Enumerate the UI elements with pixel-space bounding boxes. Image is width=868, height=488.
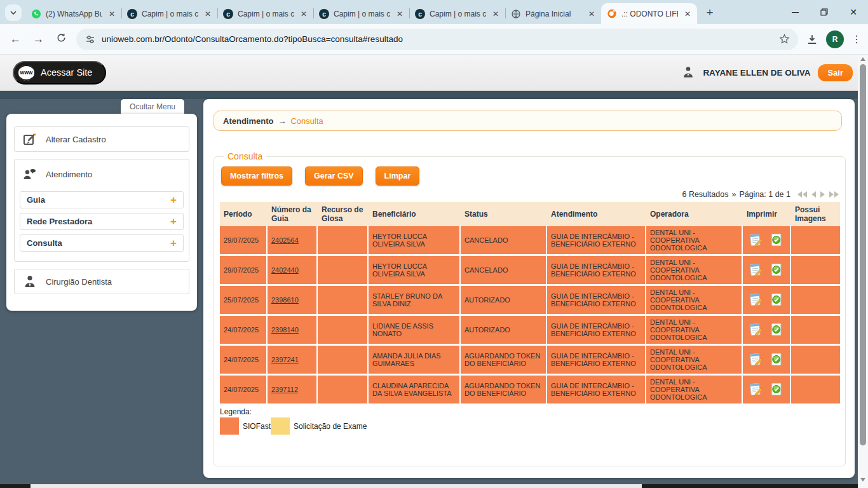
scroll-down-arrow[interactable] — [860, 478, 865, 482]
guia-number-link[interactable]: 2398140 — [271, 326, 299, 334]
www-globe-icon: www — [18, 65, 34, 81]
column-header: Status — [461, 202, 547, 226]
address-bar[interactable]: unioweb.com.br/Odonto/ConsultaOrcamento.… — [76, 29, 798, 50]
downloads-icon[interactable] — [806, 33, 818, 46]
reload-button[interactable] — [53, 32, 69, 46]
close-window-button[interactable] — [839, 0, 868, 24]
table-row: 24/07/2025 2398140 LIDIANE DE ASSIS NONA… — [220, 316, 840, 346]
print-guide-icon[interactable] — [748, 322, 764, 339]
prev-page-button[interactable] — [811, 191, 816, 198]
guia-number-link[interactable]: 2402564 — [271, 236, 299, 244]
print-guide-icon[interactable] — [748, 262, 764, 279]
browser-tab[interactable]: c Capim | o mais c — [217, 3, 313, 24]
browser-tab[interactable]: c Capim | o mais c — [121, 3, 217, 24]
browser-tab[interactable]: c Capim | o mais c — [313, 3, 409, 24]
first-page-button[interactable] — [797, 191, 807, 198]
tab-close-icon[interactable] — [395, 10, 405, 18]
cell-numero-guia: 2398610 — [268, 286, 318, 316]
print-authorization-icon[interactable] — [769, 322, 785, 339]
vertical-scrollbar[interactable] — [858, 55, 868, 484]
hide-menu-button[interactable]: Ocultar Menu — [121, 99, 184, 114]
atendimento-submenu: Guia + Rede Prestadora + Consulta + — [20, 191, 184, 252]
print-authorization-icon[interactable] — [769, 232, 785, 249]
print-authorization-icon[interactable] — [769, 292, 785, 309]
print-guide-icon[interactable] — [748, 292, 764, 309]
print-authorization-icon[interactable] — [769, 381, 785, 398]
guia-number-link[interactable]: 2397241 — [271, 356, 299, 363]
cell-beneficiario: HEYTOR LUCCA OLIVEIRA SILVA — [369, 226, 461, 256]
cell-numero-guia: 2397241 — [268, 346, 318, 376]
tab-close-icon[interactable] — [491, 10, 501, 18]
guia-number-link[interactable]: 2398610 — [271, 296, 299, 304]
breadcrumb-parent: Atendimento — [223, 116, 273, 126]
new-tab-button[interactable] — [701, 4, 719, 22]
tab-close-icon[interactable] — [682, 10, 693, 18]
legend-label: SIOFast — [243, 422, 271, 431]
print-guide-icon[interactable] — [748, 232, 764, 249]
scroll-up-arrow[interactable] — [860, 57, 865, 61]
cell-recurso-glosa — [318, 316, 369, 346]
table-body: 29/07/2025 2402564 HEYTOR LUCCA OLIVEIRA… — [220, 226, 840, 405]
action-button[interactable]: Limpar — [376, 166, 420, 186]
sidebar-subitem[interactable]: Guia + — [20, 191, 184, 208]
expand-plus-icon[interactable]: + — [170, 238, 177, 248]
sidebar-item-atendimento[interactable]: Atendimento — [20, 165, 184, 187]
next-page-button[interactable] — [820, 191, 825, 198]
print-guide-icon[interactable] — [748, 381, 764, 398]
guia-number-link[interactable]: 2402440 — [271, 266, 299, 274]
tab-title: .:: ODONTO LIFE — [621, 10, 678, 18]
sidebar-item-label: Alterar Cadastro — [46, 135, 106, 144]
tab-close-icon[interactable] — [203, 10, 213, 18]
legend-swatch — [220, 417, 239, 435]
vertical-scrollbar-thumb[interactable] — [860, 64, 866, 445]
url-text[interactable]: unioweb.com.br/Odonto/ConsultaOrcamento.… — [102, 34, 772, 44]
horizontal-scrollbar-thumb[interactable] — [31, 484, 642, 488]
cell-status: AUTORIZADO — [461, 286, 547, 316]
last-page-button[interactable] — [829, 191, 839, 198]
tab-title: (2) WhatsApp Bu — [46, 10, 102, 18]
expand-plus-icon[interactable]: + — [170, 194, 177, 205]
profile-avatar[interactable]: R — [826, 30, 844, 48]
tab-close-icon[interactable] — [107, 10, 117, 18]
main-panel: Atendimento → Consulta Consulta Mostrar … — [203, 99, 855, 478]
site-header: www Acessar Site RAYANE ELLEN DE OLIVA S… — [0, 55, 868, 91]
minimize-button[interactable] — [780, 0, 810, 24]
action-button[interactable]: Gerar CSV — [305, 166, 363, 186]
sidebar-item-cirurgiao-dentista[interactable]: Cirurgião Dentista — [14, 269, 189, 294]
browser-tab[interactable]: c Capim | o mais c — [409, 3, 505, 24]
sidebar-subitem[interactable]: Consulta + — [20, 234, 184, 252]
cell-operadora: DENTAL UNI - COOPERATIVA ODONTOLOGICA — [646, 376, 743, 405]
tab-title: Capim | o mais c — [334, 10, 390, 18]
action-button[interactable]: Mostrar filtros — [221, 166, 292, 186]
breadcrumb-current[interactable]: Consulta — [290, 116, 323, 126]
sidebar-subitem[interactable]: Rede Prestadora + — [20, 213, 184, 230]
browser-tab[interactable]: Página Inicial — [505, 3, 601, 24]
forward-button[interactable]: → — [31, 32, 46, 46]
print-guide-icon[interactable] — [748, 351, 764, 369]
browser-menu-icon[interactable]: ⋮ — [851, 33, 860, 45]
cell-possui-imagens — [791, 226, 840, 256]
cell-operadora: DENTAL UNI - COOPERATIVA ODONTOLOGICA — [646, 316, 743, 346]
expand-plus-icon[interactable]: + — [170, 216, 177, 227]
person-chat-icon — [22, 166, 37, 182]
operadora-text: DENTAL UNI - COOPERATIVA ODONTOLOGICA — [650, 378, 715, 401]
cell-beneficiario: LIDIANE DE ASSIS NONATO — [369, 316, 461, 346]
sidebar-item-alterar-cadastro[interactable]: Alterar Cadastro — [14, 126, 189, 152]
print-authorization-icon[interactable] — [769, 351, 785, 369]
tab-close-icon[interactable] — [299, 10, 309, 18]
tab-close-icon[interactable] — [587, 10, 597, 18]
horizontal-scrollbar[interactable] — [0, 484, 858, 488]
tab-search-button[interactable] — [5, 4, 22, 21]
guia-number-link[interactable]: 2397112 — [271, 386, 298, 393]
legend-item: SIOFast — [220, 417, 271, 435]
print-authorization-icon[interactable] — [769, 262, 785, 279]
browser-tab[interactable]: (2) WhatsApp Bu — [25, 3, 121, 24]
table-legend: Legenda: SIOFast Solicitação de Exame — [220, 407, 840, 435]
restore-button[interactable] — [810, 0, 839, 24]
access-site-button[interactable]: www Acessar Site — [13, 61, 106, 85]
back-button[interactable]: ← — [8, 32, 23, 46]
site-info-icon[interactable] — [85, 34, 95, 44]
browser-tab[interactable]: .:: ODONTO LIFE — [601, 3, 697, 24]
bookmark-star-icon[interactable] — [778, 33, 790, 45]
logout-button[interactable]: Sair — [818, 64, 853, 81]
